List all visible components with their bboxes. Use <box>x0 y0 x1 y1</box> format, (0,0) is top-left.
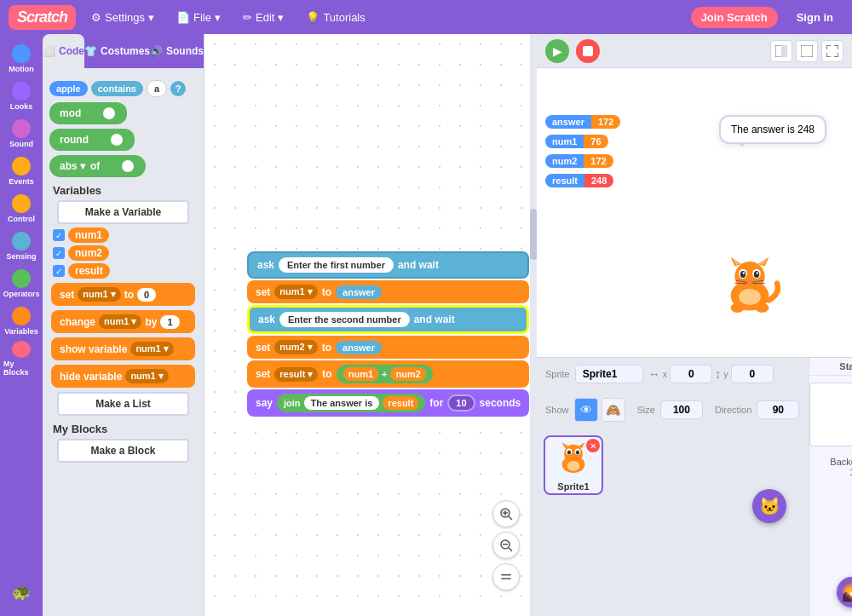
sidebar-item-motion[interactable]: Motion <box>3 41 39 77</box>
make-variable-button[interactable]: Make a Variable <box>57 200 190 224</box>
chevron-down-icon: ▾ <box>215 11 221 24</box>
tab-costumes[interactable]: 👕 Costumes <box>84 34 150 68</box>
sidebar-item-myblocks[interactable]: My Blocks <box>3 341 39 377</box>
svg-point-13 <box>734 262 764 291</box>
scripts-area[interactable]: ask Enter the first number and wait set … <box>204 34 537 616</box>
sound-icon: 🔊 <box>150 45 163 57</box>
var-check-num2[interactable]: ✓ <box>53 247 65 259</box>
monitor-answer: answer 172 <box>545 115 620 129</box>
script-block-stack[interactable]: ask Enter the first number and wait set … <box>247 251 529 418</box>
var-check-num1[interactable]: ✓ <box>53 229 65 241</box>
costume-icon: 👕 <box>84 45 97 57</box>
settings-menu[interactable]: ⚙ Settings ▾ <box>84 8 161 27</box>
sidebar-item-sound[interactable]: Sound <box>3 116 39 152</box>
green-flag-button[interactable]: ▶ <box>545 39 569 63</box>
variables-section-title: Variables <box>53 184 193 197</box>
show-button[interactable]: 👁 <box>574 398 598 422</box>
var-num1[interactable]: num1 <box>68 227 109 243</box>
say-block[interactable]: say join The answer is result for 10 sec… <box>247 389 529 417</box>
sprite-name-input[interactable] <box>575 365 643 383</box>
zoom-reset-button[interactable] <box>492 563 520 590</box>
tab-sounds[interactable]: 🔊 Sounds <box>150 34 204 68</box>
svg-point-31 <box>755 303 769 313</box>
svg-point-23 <box>757 272 758 273</box>
svg-line-3 <box>509 516 512 520</box>
tutorials-menu[interactable]: 💡 Tutorials <box>299 8 371 27</box>
round-block[interactable]: round <box>49 129 197 151</box>
file-menu[interactable]: 📄 File ▾ <box>170 8 227 27</box>
sprite-name-label: Sprite1 <box>557 481 589 492</box>
svg-point-22 <box>743 272 745 273</box>
sprite-properties: Sprite ↔ x ↕ y <box>537 358 808 391</box>
monitor-num1: num1 76 <box>545 135 608 148</box>
blocks-panel: ⬜ Code 👕 Costumes 🔊 Sounds apple contain… <box>43 34 204 616</box>
show-variable-block[interactable]: show variable num1 ▾ <box>51 337 195 360</box>
sprite-section: Sprite ↔ x ↕ y Show 👁 🙈 <box>537 358 809 616</box>
sprite-delete-button[interactable]: ✕ <box>586 439 600 452</box>
sprite-direction-input[interactable] <box>757 400 799 419</box>
zoom-out-button[interactable] <box>492 532 520 559</box>
set-num1-block[interactable]: set num1 ▾ to 0 <box>51 283 195 306</box>
scripts-scrollbar[interactable] <box>530 34 537 616</box>
svg-point-40 <box>567 461 580 471</box>
set-result-block[interactable]: set result ▾ to num1 + num2 <box>247 360 529 388</box>
ask-block-1[interactable]: ask Enter the first number and wait <box>247 251 529 279</box>
sidebar-item-looks[interactable]: Looks <box>3 78 39 114</box>
var-result[interactable]: result <box>68 263 110 279</box>
scratch-logo[interactable]: Scratch <box>9 5 76 30</box>
backdrops-label: Backdrops 1 <box>809 453 852 481</box>
sidebar-item-variables[interactable]: Variables <box>3 303 39 339</box>
sprite-x-input[interactable] <box>670 365 712 383</box>
scripts-canvas[interactable]: ask Enter the first number and wait set … <box>204 34 537 616</box>
mod-block[interactable]: mod <box>49 102 197 124</box>
hide-button[interactable]: 🙈 <box>602 398 625 422</box>
monitor-num2: num2 172 <box>545 154 613 168</box>
chevron-down-icon: ▾ <box>148 11 154 24</box>
change-num1-block[interactable]: change num1 ▾ by 1 <box>51 310 195 333</box>
tab-code[interactable]: ⬜ Code <box>43 34 84 68</box>
var-check-result[interactable]: ✓ <box>53 265 65 277</box>
fullscreen-button[interactable] <box>821 40 843 62</box>
sign-in-button[interactable]: Sign in <box>786 7 843 28</box>
sidebar-item-control[interactable]: Control <box>3 191 39 227</box>
sidebar-item-events[interactable]: Events <box>3 153 39 189</box>
edit-icon: ✏ <box>243 11 252 24</box>
sprite-size-input[interactable] <box>660 400 703 419</box>
myblocks-section-title: My Blocks <box>53 423 193 435</box>
sprite-stage-bottom: Sprite ↔ x ↕ y Show 👁 🙈 <box>537 358 852 616</box>
sidebar-item-operators[interactable]: Operators <box>3 266 39 302</box>
sprite-thumb-sprite1[interactable]: ✕ Sprite1 <box>544 435 603 495</box>
var-row-num1: ✓ num1 <box>53 227 193 243</box>
svg-point-20 <box>740 271 746 278</box>
make-list-button[interactable]: Make a List <box>57 392 190 416</box>
set-num2-answer-block[interactable]: set num2 ▾ to answer <box>247 336 529 359</box>
right-panel: ▶ ans <box>537 34 852 616</box>
join-scratch-button[interactable]: Join Scratch <box>691 7 778 28</box>
set-num1-answer-block[interactable]: set num1 ▾ to answer <box>247 280 529 303</box>
edit-menu[interactable]: ✏ Edit ▾ <box>236 8 291 27</box>
stop-button[interactable] <box>576 39 600 63</box>
make-block-button[interactable]: Make a Block <box>57 439 190 463</box>
block-categories: Motion Looks Sound Events Control Sensin… <box>0 34 43 616</box>
string-contains-block[interactable]: apple contains a ? <box>49 80 197 97</box>
speech-bubble: The answer is 248 <box>719 115 826 144</box>
ask-block-2[interactable]: ask Enter the second number and wait <box>247 305 529 334</box>
scrollbar-thumb[interactable] <box>530 209 537 260</box>
var-row-num2: ✓ num2 <box>53 245 193 261</box>
add-backdrop-button[interactable]: 🌄 <box>837 577 852 607</box>
stage-mini-preview[interactable] <box>809 383 852 446</box>
normal-stage-button[interactable] <box>796 40 818 62</box>
top-navigation: Scratch ⚙ Settings ▾ 📄 File ▾ ✏ Edit ▾ 💡… <box>0 0 852 34</box>
sprite-props-row2: Show 👁 🙈 Size Direction <box>537 391 808 429</box>
zoom-in-button[interactable] <box>492 500 520 527</box>
var-num2[interactable]: num2 <box>68 245 109 261</box>
small-stage-button[interactable] <box>770 40 792 62</box>
sidebar-item-sensing[interactable]: Sensing <box>3 228 39 264</box>
hide-variable-block[interactable]: hide variable num1 ▾ <box>51 365 195 388</box>
add-sprite-button[interactable]: 🐱 <box>752 489 786 523</box>
blocks-content: apple contains a ? mod round <box>43 68 204 473</box>
abs-block[interactable]: abs ▾ of <box>49 155 197 177</box>
turtle-icon[interactable]: 🐢 <box>6 577 37 607</box>
join-operator: join The answer is result <box>277 394 425 412</box>
sprite-y-input[interactable] <box>731 365 774 383</box>
